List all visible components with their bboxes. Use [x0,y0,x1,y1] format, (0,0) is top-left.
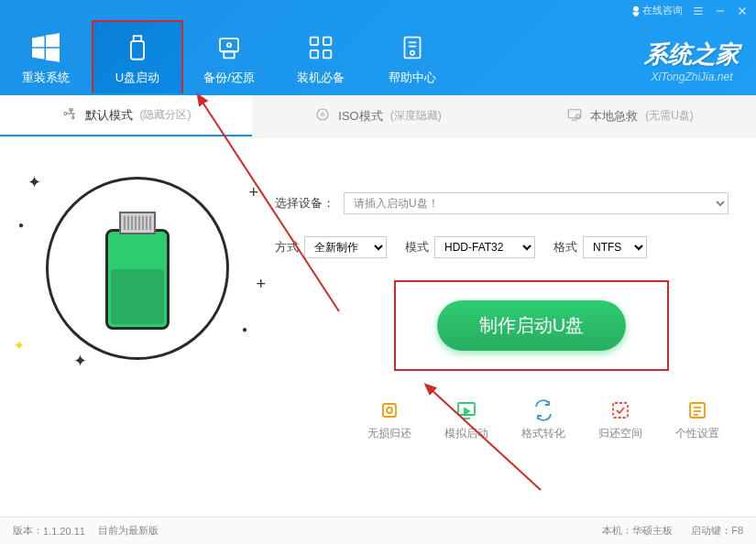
form: 选择设备： 请插入启动U盘！ 方式 全新制作 模式 HDD-FAT32 格式 [275,165,756,371]
main: ✦ + ● + ✦ ✦ ● 选择设备： 请插入启动U盘！ 方式 全新制作 模式 … [0,137,756,380]
usb-icon [93,29,181,66]
brand-subtitle: XiTongZhiJia.net [644,71,740,83]
minimize-icon[interactable] [714,5,727,17]
action-box: 制作启动U盘 [394,280,669,371]
monitor-icon [444,398,488,422]
sparkle-icon: + [256,275,266,294]
tool-settings[interactable]: 个性设置 [675,398,719,441]
reclaim-icon [598,398,642,422]
iso-icon [314,106,331,125]
svg-point-26 [317,109,328,120]
brand-title: 系统之家 [644,38,740,71]
usb-small-icon [61,105,78,125]
svg-point-20 [64,113,67,115]
svg-point-11 [227,43,231,47]
penguin-icon [630,5,642,17]
mode-tab-sub: (深度隐藏) [390,108,442,124]
mode-tab-label: ISO模式 [338,108,382,125]
consult-label: 在线咨询 [642,4,683,17]
mode-tab-sub: (隐藏分区) [140,107,192,123]
machine-value: 华硕主板 [632,525,673,536]
method-select[interactable]: 全新制作 [304,236,387,258]
mode-tab-local[interactable]: 本地急救 (无需U盘) [504,95,756,136]
version-value: 1.1.20.11 [43,526,85,537]
help-icon [367,29,458,66]
usb-illustration: ✦ + ● + ✦ ✦ ● [0,165,275,371]
tool-reclaim[interactable]: 归还空间 [598,398,642,441]
svg-rect-12 [311,38,319,46]
close-icon[interactable] [736,5,749,17]
svg-point-27 [322,114,324,116]
nav-item-usb-boot[interactable]: U盘启动 [92,20,183,93]
nav-item-essentials[interactable]: 装机必备 [275,22,367,93]
svg-point-19 [411,51,414,55]
consult-link[interactable]: 在线咨询 [630,4,683,17]
options-row: 方式 全新制作 模式 HDD-FAT32 格式 NTFS [275,236,729,258]
convert-icon [521,398,565,422]
latest-text: 目前为最新版 [98,524,159,538]
sparkle-icon: ✦ [73,351,87,371]
mode-label: 模式 [405,239,429,256]
header: 在线咨询 重装系统 U盘启动 备份/还原 [0,0,756,95]
restore-icon [367,398,411,422]
tool-label: 格式转化 [521,426,565,441]
tool-label: 无损归还 [367,426,411,441]
tool-label: 模拟启动 [444,426,488,441]
svg-rect-14 [311,50,319,59]
menu-icon[interactable] [692,5,705,17]
svg-rect-23 [70,109,72,111]
apps-icon [275,29,367,66]
sparkle-icon: + [248,183,258,202]
nav-item-help[interactable]: 帮助中心 [367,22,458,93]
svg-rect-8 [134,36,142,41]
version-label: 版本： [13,524,43,538]
svg-marker-35 [465,408,469,414]
method-label: 方式 [275,239,299,256]
svg-rect-36 [613,403,628,418]
tool-lossless[interactable]: 无损归还 [367,398,411,441]
svg-rect-31 [383,404,396,417]
device-select[interactable]: 请插入启动U盘！ [344,192,729,214]
format-label: 格式 [553,239,577,256]
windows-icon [0,29,92,66]
mode-tabs: 默认模式 (隐藏分区) ISO模式 (深度隐藏) 本地急救 (无需U盘) [0,95,756,137]
nav-item-backup[interactable]: 备份/还原 [183,22,275,93]
brand: 系统之家 XiTongZhiJia.net [644,38,740,83]
nav-label: 备份/还原 [183,70,275,86]
svg-rect-15 [323,50,332,59]
svg-rect-13 [323,38,332,46]
sparkle-icon: ✦ [27,172,41,192]
list-icon [675,398,719,422]
device-label: 选择设备： [275,195,334,212]
rescue-icon [566,106,583,125]
svg-point-25 [71,116,73,118]
svg-rect-28 [568,110,581,118]
mode-tab-label: 默认模式 [85,107,133,124]
tool-convert[interactable]: 格式转化 [521,398,565,441]
mode-tab-label: 本地急救 [590,108,638,125]
backup-icon [183,29,275,66]
mode-select[interactable]: HDD-FAT32 [434,236,535,258]
svg-rect-10 [224,51,234,58]
tool-row: 无损归还 模拟启动 格式转化 归还空间 个性设置 [0,380,756,441]
svg-rect-9 [220,38,238,51]
bootkey-label: 启动键： [691,525,731,536]
mode-tab-default[interactable]: 默认模式 (隐藏分区) [0,95,252,136]
nav-item-reinstall[interactable]: 重装系统 [0,22,92,93]
create-boot-usb-button[interactable]: 制作启动U盘 [437,300,626,351]
tool-simulate[interactable]: 模拟启动 [444,398,488,441]
sparkle-icon: ✦ [14,338,25,353]
mode-tab-sub: (无需U盘) [645,108,694,124]
mode-tab-iso[interactable]: ISO模式 (深度隐藏) [252,95,504,136]
sparkle-icon: ● [18,220,24,230]
svg-point-32 [387,408,392,413]
nav-label: 重装系统 [0,70,92,86]
titlebar: 在线咨询 [630,4,749,17]
nav-label: U盘启动 [93,70,181,86]
sparkle-icon: ● [242,324,247,334]
nav-label: 装机必备 [275,70,367,86]
format-select[interactable]: NTFS [583,236,647,258]
nav-label: 帮助中心 [367,70,458,86]
machine-label: 本机： [602,525,632,536]
device-row: 选择设备： 请插入启动U盘！ [275,192,729,214]
